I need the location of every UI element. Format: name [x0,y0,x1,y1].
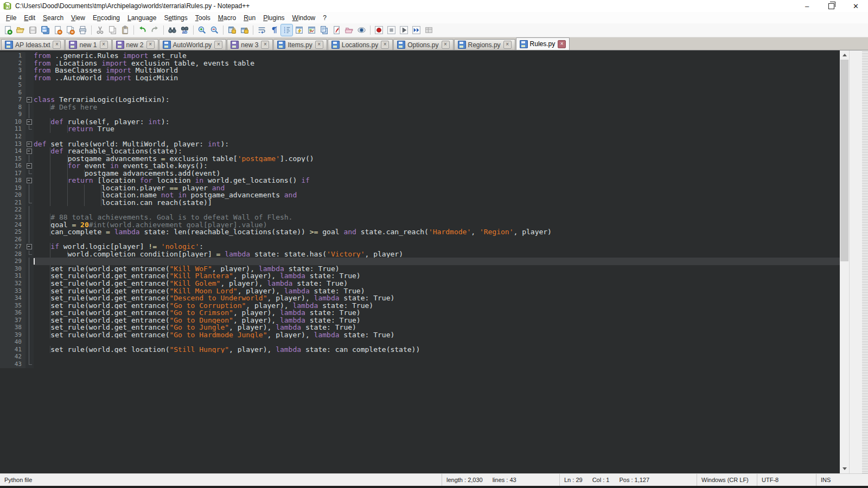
tab-close-icon[interactable]: × [503,41,512,49]
code-text[interactable]: class TerrariaLogic(LogicMixin): [34,96,840,104]
tab-rules-py[interactable]: Rules.py× [516,37,570,50]
tab-close-icon[interactable]: × [100,41,108,49]
fold-collapse-icon[interactable] [25,162,34,170]
code-text[interactable]: for event in events_table.keys(): [34,162,840,170]
macro-stop-icon[interactable] [386,24,397,36]
tab-new-2[interactable]: new 2× [112,39,158,50]
document-map-icon[interactable] [306,24,317,36]
fold-collapse-icon[interactable] [25,243,34,251]
tab-close-icon[interactable]: × [214,41,222,49]
scrollbar-thumb[interactable] [840,60,848,261]
code-text[interactable]: # 88 total achievements. Goal is to defe… [34,214,840,221]
scroll-up-arrow-icon[interactable] [840,50,849,60]
code-text[interactable]: world.completion_condition[player] = lam… [34,251,840,258]
sync-scroll-vertical-icon[interactable] [226,24,238,36]
code-text[interactable] [34,361,840,368]
view-eye-icon[interactable] [356,24,367,36]
fold-collapse-icon[interactable] [25,96,34,104]
save-all-icon[interactable] [40,24,51,36]
code-text[interactable]: set_rule(world.get_entrance("Kill Plante… [34,272,840,280]
code-text[interactable] [34,258,840,265]
menu-help[interactable]: ? [319,13,330,23]
menu-search[interactable]: Search [39,13,67,23]
zoom-out-icon[interactable] [209,24,220,36]
copy-icon[interactable] [107,24,118,36]
code-text[interactable] [34,133,840,140]
macro-play-icon[interactable] [398,24,410,36]
tab-autoworld-py[interactable]: AutoWorld.py× [159,39,227,50]
code-text[interactable]: set_rule(world.get_entrance("Kill Moon L… [34,287,840,295]
code-text[interactable] [34,236,840,243]
zoom-in-icon[interactable] [196,24,208,36]
tab-close-icon[interactable]: × [261,41,269,49]
code-text[interactable]: from BaseClasses import MultiWorld [34,67,840,74]
sync-scroll-horizontal-icon[interactable] [239,24,250,36]
redo-icon[interactable] [149,24,161,36]
code-text[interactable] [34,81,840,89]
code-text[interactable]: def set_rules(world: MultiWorld, player:… [34,140,840,148]
tab-new-3[interactable]: new 3× [227,39,273,50]
menu-macro[interactable]: Macro [214,13,240,23]
tab-close-icon[interactable]: × [53,41,61,49]
code-text[interactable]: return [location for location in world.g… [34,177,840,184]
tab-close-icon[interactable]: × [146,41,155,49]
undo-icon[interactable] [137,24,148,36]
code-text[interactable]: from ..generic.Rules import set_rule [34,52,840,60]
show-indent-guide-icon[interactable] [281,24,292,36]
monitor-icon[interactable] [331,24,342,36]
tab-ap-ideas-txt[interactable]: AP Ideas.txt× [1,39,65,50]
code-text[interactable]: set_rule(world.get_entrance("Go to Crims… [34,309,840,317]
close-all-icon[interactable] [65,24,76,36]
function-completion-icon[interactable] [293,24,305,36]
tab-options-py[interactable]: Options.py× [393,39,453,50]
code-text[interactable]: postgame_advancements.add(event) [34,170,840,177]
tab-close-icon[interactable]: × [381,41,389,49]
code-area[interactable]: 1from ..generic.Rules import set_rule2fr… [0,50,840,473]
code-text[interactable]: def rule(self, player: int): [34,118,840,126]
code-text[interactable]: if world.logic[player] != 'nologic': [34,243,840,251]
print-icon[interactable] [77,24,88,36]
code-text[interactable] [34,338,840,346]
code-text[interactable]: # Defs here [34,104,840,111]
code-text[interactable]: postgame_advancements = exclusion_table[… [34,155,840,163]
code-text[interactable]: set_rule(world.get_entrance("Go to Jungl… [34,324,840,331]
fold-collapse-icon[interactable] [25,140,34,148]
menu-window[interactable]: Window [289,13,320,23]
tab-items-py[interactable]: Items.py× [273,39,327,50]
fold-collapse-icon[interactable] [25,147,34,155]
code-text[interactable]: location.player == player and [34,184,840,192]
new-file-icon[interactable] [2,24,14,36]
restore-icon[interactable] [819,0,844,12]
macro-save-icon[interactable] [423,24,435,36]
code-text[interactable]: set_rule(world.get_entrance("Go to Hardm… [34,331,840,339]
find-icon[interactable] [167,24,178,36]
code-text[interactable]: from ..AutoWorld import LogicMixin [34,74,840,82]
tab-new-1[interactable]: new 1× [65,39,111,50]
vertical-scrollbar[interactable] [840,50,849,473]
menu-edit[interactable]: Edit [20,13,39,23]
code-text[interactable] [34,89,840,97]
tab-close-icon[interactable]: × [558,40,566,48]
project-panel-icon[interactable] [343,24,355,36]
code-text[interactable]: return True [34,125,840,133]
code-text[interactable]: from .Locations import exclusion_table, … [34,60,840,67]
code-text[interactable] [34,111,840,118]
open-file-icon[interactable] [15,24,26,36]
close-file-icon[interactable] [52,24,63,36]
close-icon[interactable]: ✕ [844,0,868,12]
word-wrap-icon[interactable] [256,24,267,36]
save-icon[interactable] [27,24,39,36]
code-text[interactable]: set_rule(world.get_entrance("Go to Corru… [34,302,840,310]
menu-file[interactable]: File [2,13,20,23]
document-switcher-icon[interactable] [318,24,330,36]
code-text[interactable]: location.can_reach(state)] [34,199,840,207]
tab-regions-py[interactable]: Regions.py× [454,39,515,50]
code-text[interactable]: set_rule(world.get_location("Still Hungr… [34,346,840,354]
menu-view[interactable]: View [67,13,89,23]
macro-record-icon[interactable] [373,24,385,36]
code-text[interactable]: can_complete = lambda state: len(reachab… [34,228,840,236]
replace-icon[interactable]: ab [179,24,190,36]
menu-plugins[interactable]: Plugins [259,13,288,23]
menu-tools[interactable]: Tools [192,13,214,23]
code-text[interactable]: set_rule(world.get_entrance("Go to Dunge… [34,317,840,324]
